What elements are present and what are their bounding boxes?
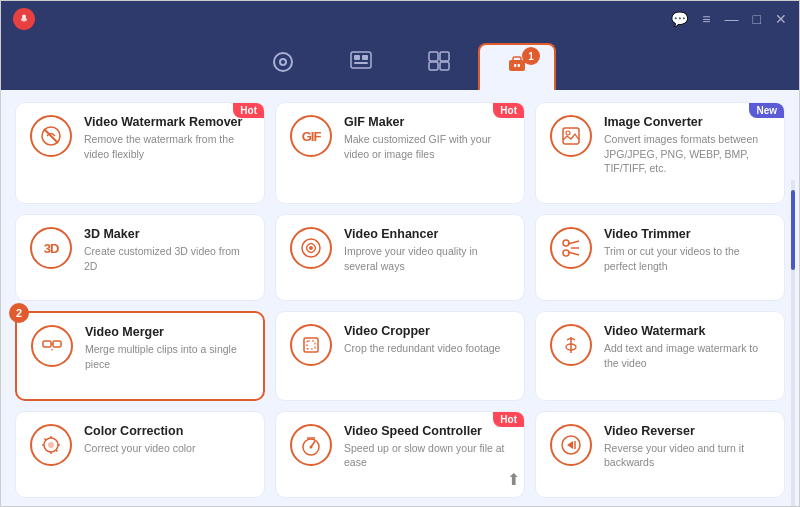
tool-icon-video-speed-controller: [290, 424, 332, 466]
converter-icon: [272, 51, 294, 76]
tool-info-3d-maker: 3D Maker Create customized 3D video from…: [84, 227, 250, 273]
title-bar-controls: 💬 ≡ — □ ✕: [671, 12, 787, 26]
scrollbar[interactable]: [791, 180, 795, 506]
tool-name-gif-maker: GIF Maker: [344, 115, 510, 129]
svg-line-40: [56, 450, 58, 452]
tool-name-video-enhancer: Video Enhancer: [344, 227, 510, 241]
tool-info-video-reverser: Video Reverser Reverse your video and tu…: [604, 424, 770, 470]
tool-icon-video-watermark-remover: [30, 115, 72, 157]
svg-rect-14: [513, 57, 521, 61]
tools-grid: Hot Video Watermark Remover Remove the w…: [15, 102, 785, 498]
tool-name-video-speed-controller: Video Speed Controller: [344, 424, 510, 438]
tool-info-video-watermark-remover: Video Watermark Remover Remove the water…: [84, 115, 250, 161]
tool-name-3d-maker: 3D Maker: [84, 227, 250, 241]
tool-icon-video-reverser: [550, 424, 592, 466]
tool-desc-video-enhancer: Improve your video quality in several wa…: [344, 244, 510, 273]
tool-card-gif-maker[interactable]: Hot GIF GIF Maker Make customized GIF wi…: [275, 102, 525, 204]
menu-icon[interactable]: ≡: [702, 12, 710, 26]
scroll-up-indicator[interactable]: ⬆: [507, 470, 520, 489]
tool-desc-video-cropper: Crop the redundant video footage: [344, 341, 500, 356]
minimize-button[interactable]: —: [725, 12, 739, 26]
tool-card-video-enhancer[interactable]: Video Enhancer Improve your video qualit…: [275, 214, 525, 301]
step-2-card-badge: 2: [9, 303, 29, 323]
tool-card-video-reverser[interactable]: Video Reverser Reverse your video and tu…: [535, 411, 785, 498]
tool-icon-video-trimmer: [550, 227, 592, 269]
tool-info-video-cropper: Video Cropper Crop the redundant video f…: [344, 324, 500, 356]
tool-icon-image-converter: [550, 115, 592, 157]
tool-card-image-converter[interactable]: New Image Converter Convert images forma…: [535, 102, 785, 204]
tool-desc-color-correction: Correct your video color: [84, 441, 195, 456]
tool-desc-gif-maker: Make customized GIF with your video or i…: [344, 132, 510, 161]
tool-card-video-cropper[interactable]: Video Cropper Crop the redundant video f…: [275, 311, 525, 400]
close-button[interactable]: ✕: [775, 12, 787, 26]
tool-name-image-converter: Image Converter: [604, 115, 770, 129]
title-bar-left: [13, 8, 43, 30]
svg-rect-32: [307, 341, 315, 349]
svg-rect-9: [429, 52, 438, 61]
tool-card-video-trimmer[interactable]: Video Trimmer Trim or cut your videos to…: [535, 214, 785, 301]
badge-image-converter: New: [749, 103, 784, 118]
badge-video-speed-controller: Hot: [493, 412, 524, 427]
tool-icon-color-correction: [30, 424, 72, 466]
tool-info-gif-maker: GIF Maker Make customized GIF with your …: [344, 115, 510, 161]
tool-desc-video-watermark: Add text and image watermark to the vide…: [604, 341, 770, 370]
tool-card-3d-maker[interactable]: 3D 3D Maker Create customized 3D video f…: [15, 214, 265, 301]
tool-desc-video-reverser: Reverse your video and turn it backwards: [604, 441, 770, 470]
nav-item-mv[interactable]: [322, 43, 400, 90]
tool-info-video-trimmer: Video Trimmer Trim or cut your videos to…: [604, 227, 770, 273]
tool-name-video-reverser: Video Reverser: [604, 424, 770, 438]
nav-item-converter[interactable]: [244, 43, 322, 90]
svg-point-24: [563, 250, 569, 256]
tool-card-color-correction[interactable]: Color Correction Correct your video colo…: [15, 411, 265, 498]
tool-card-video-watermark[interactable]: Video Watermark Add text and image water…: [535, 311, 785, 400]
tool-name-video-trimmer: Video Trimmer: [604, 227, 770, 241]
mv-icon: [350, 51, 372, 72]
svg-rect-28: [43, 341, 51, 347]
svg-line-18: [44, 129, 58, 143]
svg-rect-8: [354, 62, 368, 64]
svg-line-39: [45, 438, 47, 440]
tool-desc-video-watermark-remover: Remove the watermark from the video flex…: [84, 132, 250, 161]
collage-icon: [428, 51, 450, 74]
svg-point-4: [281, 60, 285, 64]
tool-name-video-cropper: Video Cropper: [344, 324, 500, 338]
svg-rect-6: [354, 55, 360, 60]
tool-desc-video-trimmer: Trim or cut your videos to the perfect l…: [604, 244, 770, 273]
badge-gif-maker: Hot: [493, 103, 524, 118]
tool-icon-video-enhancer: [290, 227, 332, 269]
nav-item-collage[interactable]: [400, 43, 478, 90]
svg-rect-10: [440, 52, 449, 61]
svg-point-23: [563, 240, 569, 246]
svg-rect-7: [362, 55, 368, 60]
svg-rect-11: [429, 62, 438, 70]
tool-info-color-correction: Color Correction Correct your video colo…: [84, 424, 195, 456]
svg-rect-29: [53, 341, 61, 347]
app-logo: [13, 8, 35, 30]
tool-name-video-watermark: Video Watermark: [604, 324, 770, 338]
tool-card-video-watermark-remover[interactable]: Hot Video Watermark Remover Remove the w…: [15, 102, 265, 204]
tool-name-video-watermark-remover: Video Watermark Remover: [84, 115, 250, 129]
tool-info-image-converter: Image Converter Convert images formats b…: [604, 115, 770, 176]
tool-desc-image-converter: Convert images formats between JPG/JPEG,…: [604, 132, 770, 176]
svg-marker-46: [567, 441, 573, 449]
tool-icon-video-merger: [31, 325, 73, 367]
svg-rect-5: [351, 52, 371, 68]
badge-video-watermark-remover: Hot: [233, 103, 264, 118]
tool-info-video-speed-controller: Video Speed Controller Speed up or slow …: [344, 424, 510, 470]
tool-icon-video-cropper: [290, 324, 332, 366]
chat-icon[interactable]: 💬: [671, 12, 688, 26]
svg-point-41: [48, 442, 54, 448]
tool-desc-video-speed-controller: Speed up or slow down your file at ease: [344, 441, 510, 470]
tool-card-video-speed-controller[interactable]: Hot Video Speed Controller Speed up or s…: [275, 411, 525, 498]
nav-bar: 1: [1, 37, 799, 90]
tool-info-video-watermark: Video Watermark Add text and image water…: [604, 324, 770, 370]
tool-desc-3d-maker: Create customized 3D video from 2D: [84, 244, 250, 273]
maximize-button[interactable]: □: [753, 12, 761, 26]
tool-card-video-merger[interactable]: 2 Video Merger Merge multiple clips into…: [15, 311, 265, 400]
nav-item-toolbox[interactable]: 1: [478, 43, 556, 90]
content-area: Hot Video Watermark Remover Remove the w…: [1, 90, 799, 506]
app-window: 💬 ≡ — □ ✕: [0, 0, 800, 507]
svg-point-22: [309, 246, 313, 250]
svg-point-1: [22, 15, 26, 19]
title-bar: 💬 ≡ — □ ✕: [1, 1, 799, 37]
